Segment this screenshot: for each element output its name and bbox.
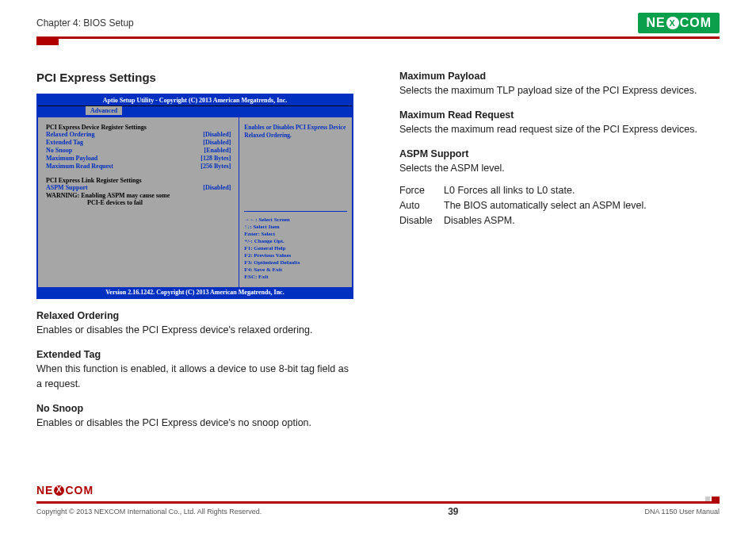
footer-logo: NE X COM [36, 484, 94, 497]
bios-row-label: Extended Tag [46, 139, 83, 146]
aspm-table: ForceL0 Forces all links to L0 state. Au… [399, 183, 720, 228]
bios-warning1: WARNING: Enabling ASPM may cause some [46, 192, 231, 199]
bios-help-line: ESC: Exit [244, 274, 347, 281]
bios-help-line: →←: Select Screen [244, 217, 347, 224]
footer: NE X COM Copyright © 2013 NEXCOM Interna… [36, 501, 720, 517]
bios-help-line: F4: Save & Exit [244, 266, 347, 274]
left-column: PCI Express Settings Aptio Setup Utility… [36, 71, 357, 431]
logo-right: COM [680, 16, 712, 30]
bios-row-value: [Enabled] [204, 147, 231, 154]
bios-warning2: PCI-E devices to fail [46, 199, 231, 206]
para-title: Maximum Payload [399, 71, 720, 82]
bios-row-value: [Disabled] [203, 139, 231, 146]
brand-logo: NE X COM [638, 13, 720, 33]
bios-device-header: PCI Express Device Register Settings [46, 124, 231, 131]
bios-help-line: F2: Previous Values [244, 252, 347, 259]
aspm-row-desc: L0 Forces all links to L0 state. [444, 183, 575, 198]
para-title: Relaxed Ordering [36, 310, 357, 321]
bios-help-desc: Enables or Disables PCI Express Device R… [244, 124, 347, 140]
footer-rule [36, 501, 720, 504]
para-title: Maximum Read Request [399, 109, 720, 121]
bios-row-label: Maximum Payload [46, 155, 97, 162]
bios-key-help: →←: Select Screen ↑↓: Select Item Enter:… [244, 211, 347, 282]
bios-row-label: Relaxed Ordering [46, 131, 95, 138]
bios-row-value: [Disabled] [203, 131, 231, 138]
bios-screenshot: Aptio Setup Utility - Copyright (C) 2013… [36, 94, 353, 299]
aspm-row-label: Auto [399, 198, 444, 213]
bios-tabs: Advanced [38, 106, 352, 117]
bios-help-line: F1: General Help [244, 245, 347, 252]
para-title: ASPM Support [399, 148, 720, 159]
logo-x-icon: X [666, 17, 679, 29]
bios-aspm-label: ASPM Support [46, 184, 88, 191]
bios-help-line: F3: Optimized Defaults [244, 259, 347, 266]
para-body: Selects the ASPM level. [399, 161, 720, 176]
chapter-title: Chapter 4: BIOS Setup [36, 17, 134, 29]
right-column: Maximum Payload Selects the maximum TLP … [399, 71, 720, 431]
bios-bottom-bar: Version 2.16.1242. Copyright (C) 2013 Am… [38, 287, 352, 297]
para-body: Selects the maximum read request size of… [399, 122, 720, 137]
para-body: Enables or disables the PCI Express devi… [36, 416, 357, 431]
bios-row-value: [256 Bytes] [200, 163, 231, 170]
bios-aspm-value: [Disabled] [203, 184, 231, 191]
para-title: Extended Tag [36, 349, 357, 360]
header: Chapter 4: BIOS Setup NE X COM [36, 13, 720, 33]
aspm-row-desc: The BIOS automatically select an ASPM le… [444, 198, 647, 213]
aspm-row-label: Force [399, 183, 444, 198]
bios-help-line: Enter: Select [244, 231, 347, 238]
footer-doc: DNA 1150 User Manual [644, 508, 720, 516]
aspm-row-desc: Disables ASPM. [444, 213, 515, 228]
para-body: Selects the maximum TLP payload size of … [399, 83, 720, 98]
bios-row-label: No Snoop [46, 147, 72, 154]
page-number: 39 [448, 506, 458, 517]
bios-row-value: [128 Bytes] [200, 155, 231, 162]
para-body: Enables or disables the PCI Express devi… [36, 323, 357, 338]
bios-left-panel: PCI Express Device Register Settings Rel… [38, 117, 239, 287]
bios-help-line: ↑↓: Select Item [244, 224, 347, 231]
footer-copyright: Copyright © 2013 NEXCOM International Co… [36, 508, 262, 516]
para-body: When this function is enabled, it allows… [36, 362, 357, 392]
para-title: No Snoop [36, 403, 357, 414]
bios-right-panel: Enables or Disables PCI Express Device R… [239, 117, 352, 287]
bios-top-bar: Aptio Setup Utility - Copyright (C) 2013… [38, 95, 352, 106]
bios-tab-advanced: Advanced [86, 106, 122, 115]
section-title: PCI Express Settings [36, 71, 357, 84]
aspm-row-label: Disable [399, 213, 444, 228]
bios-link-header: PCI Express Link Register Settings [46, 177, 231, 184]
logo-left: NE [646, 16, 665, 30]
header-rule [36, 36, 720, 39]
bios-row-label: Maximum Read Request [46, 163, 113, 170]
bios-help-line: +/-: Change Opt. [244, 238, 347, 245]
